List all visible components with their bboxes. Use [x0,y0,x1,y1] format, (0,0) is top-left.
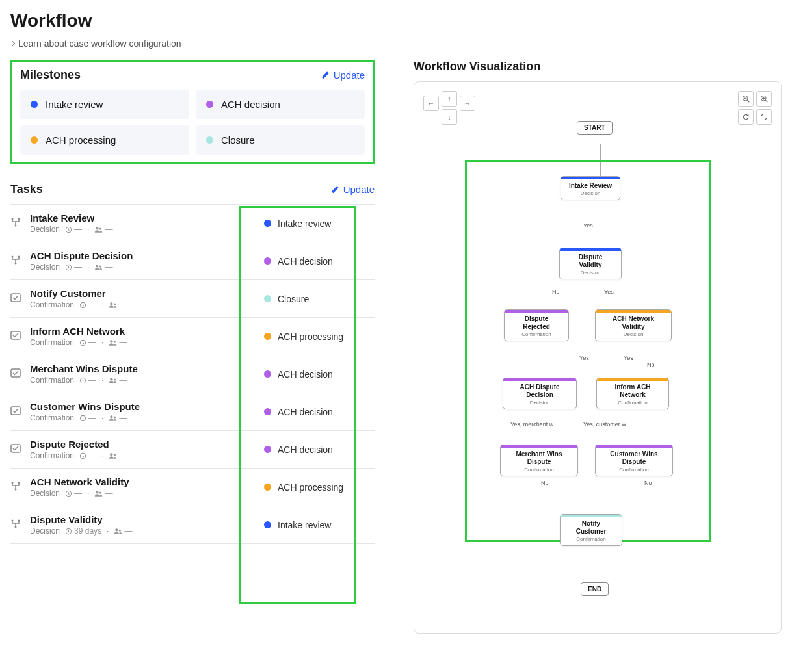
task-row[interactable]: Intake Review Decision — · — Intake revi… [10,204,375,242]
help-link-text: Learn about case workflow configuration [18,38,181,49]
workflow-node[interactable]: Merchant Wins DisputeConfirmation [500,445,578,476]
workflow-node[interactable]: Intake ReviewDecision [561,176,620,200]
fit-button[interactable] [756,109,772,125]
task-name: ACH Network Validity [30,476,256,487]
task-main: Merchant Wins Dispute Confirmation — · — [30,363,256,385]
task-milestone: Intake review [264,218,375,229]
milestone-card[interactable]: Closure [196,125,365,155]
task-milestone-label: ACH decision [278,369,333,380]
workflow-node[interactable]: ACH Dispute DecisionDecision [503,378,577,409]
task-name: Dispute Rejected [30,439,256,450]
zoom-in-button[interactable] [756,91,772,107]
node-color-bar [560,248,621,251]
node-color-bar [596,310,671,313]
milestones-title: Milestones [20,68,81,82]
task-type: Decision [30,489,60,498]
viz-zoom-controls [738,91,772,125]
milestone-card[interactable]: Intake review [20,90,189,119]
help-link[interactable]: Learn about case workflow configuration [10,38,181,49]
svg-point-30 [111,453,113,456]
task-row[interactable]: Customer Wins Dispute Confirmation — · —… [10,393,375,431]
workflow-node[interactable]: Customer Wins DisputeConfirmation [595,445,673,476]
task-type: Decision [30,225,60,234]
svg-point-22 [111,378,113,380]
task-type-icon [10,368,22,381]
task-row[interactable]: ACH Dispute Decision Decision — · — ACH … [10,242,375,280]
zoom-out-icon [742,95,750,103]
pan-down-button[interactable]: ↓ [442,109,457,125]
tasks-panel: Tasks Update Intake Review Decision — · … [10,183,375,544]
svg-point-37 [99,491,101,493]
task-type: Confirmation [30,338,74,347]
svg-point-19 [114,341,116,342]
task-milestone-label: Closure [278,294,309,304]
workflow-node[interactable]: Notify CustomerConfirmation [560,514,622,546]
branch-icon [10,217,21,227]
task-row[interactable]: Notify Customer Confirmation — · — Closu… [10,280,375,318]
node-type: Confirmation [567,536,615,542]
task-row[interactable]: ACH Network Validity Decision — · — ACH … [10,469,375,506]
task-row[interactable]: Inform ACH Network Confirmation — · — AC… [10,318,375,355]
svg-point-26 [111,415,113,418]
check-icon [10,368,21,378]
milestones-update-link[interactable]: Update [321,70,365,81]
task-row[interactable]: Dispute Validity Decision 39 days · — In… [10,506,375,544]
milestone-dot-icon [264,370,271,378]
milestone-dot-icon [31,136,38,144]
node-label: Intake Review [568,182,613,190]
task-milestone-label: ACH processing [278,331,343,342]
task-main: Inform ACH Network Confirmation — · — [30,326,256,347]
task-meta: Decision — · — [30,489,256,498]
collapse-icon [760,113,768,121]
edge-label: No [540,480,550,486]
svg-point-11 [99,265,101,267]
tasks-update-link[interactable]: Update [330,184,375,195]
task-type-icon [10,443,22,456]
milestone-label: ACH decision [221,99,280,110]
tasks-title: Tasks [10,183,43,196]
workflow-node[interactable]: Dispute RejectedConfirmation [504,309,569,341]
milestone-card[interactable]: ACH processing [20,125,189,155]
clock-icon: 39 days [65,526,101,536]
node-label: ACH Dispute Decision [510,383,570,399]
clock-icon: — [65,489,82,498]
pan-right-button[interactable]: → [460,96,475,111]
task-type: Confirmation [30,451,74,460]
pan-up-button[interactable]: ↑ [442,91,457,107]
task-type: Confirmation [30,376,74,385]
task-milestone: ACH decision [264,369,375,380]
clock-icon: — [65,263,82,272]
edge-label: Yes [582,222,594,229]
clock-icon: — [79,300,96,309]
reset-button[interactable] [738,109,754,125]
workflow-node[interactable]: Inform ACH NetworkConfirmation [596,378,669,409]
node-type: Decision [510,400,570,406]
workflow-node[interactable]: ACH Network ValidityDecision [595,309,672,341]
node-type: Decision [602,331,665,337]
task-row[interactable]: Merchant Wins Dispute Confirmation — · —… [10,355,375,393]
branch-icon [10,481,21,491]
workflow-node[interactable]: Dispute ValidityDecision [559,248,622,279]
svg-point-42 [116,528,118,531]
task-type: Decision [30,263,60,272]
task-name: Inform ACH Network [30,326,256,337]
pan-left-button[interactable]: ← [423,96,439,111]
zoom-out-button[interactable] [738,91,754,107]
task-main: ACH Dispute Decision Decision — · — [30,250,256,272]
task-meta: Confirmation — · — [30,451,256,460]
milestone-dot-icon [206,136,213,144]
branch-icon [10,519,21,529]
start-node: START [577,121,613,135]
task-type-icon [10,519,22,532]
task-main: Dispute Validity Decision 39 days · — [30,514,256,536]
node-type: Confirmation [507,467,571,472]
node-label: Merchant Wins Dispute [507,450,571,466]
task-row[interactable]: Dispute Rejected Confirmation — · — ACH … [10,431,375,469]
milestone-card[interactable]: ACH decision [196,90,365,119]
milestone-dot-icon [264,484,271,491]
edge-label: No [643,480,653,486]
zoom-in-icon [760,95,768,103]
node-type: Decision [568,190,613,196]
edge-label: No [646,361,656,368]
clock-icon: — [79,451,96,460]
